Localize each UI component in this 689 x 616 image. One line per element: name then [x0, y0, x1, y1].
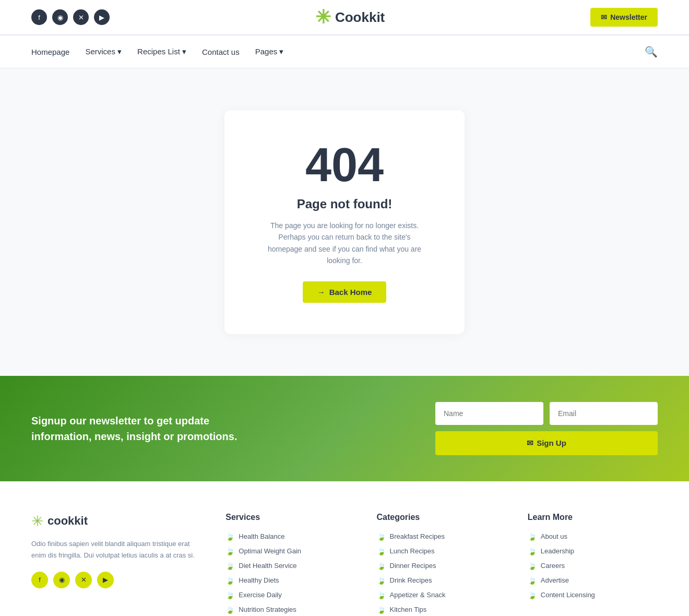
footer-learn-more-list: 🍃About us 🍃Leadership 🍃Careers 🍃Advertis…	[528, 532, 658, 599]
list-item[interactable]: 🍃Dinner Recipes	[377, 562, 507, 570]
footer-logo-text: cookkit	[47, 514, 88, 528]
leaf-icon: 🍃	[528, 562, 537, 570]
name-input[interactable]	[435, 402, 543, 425]
footer-services-col: Services 🍃Health Balance 🍃Optimal Weight…	[225, 513, 355, 614]
footer-categories-col: Categories 🍃Breakfast Recipes 🍃Lunch Rec…	[377, 513, 507, 614]
leaf-icon: 🍃	[528, 547, 537, 555]
search-icon[interactable]: 🔍	[645, 45, 658, 58]
error-card: 404 Page not found! The page you are loo…	[224, 110, 465, 334]
nav-services[interactable]: Services ▾	[85, 35, 122, 68]
list-item[interactable]: 🍃Careers	[528, 562, 658, 570]
list-item[interactable]: 🍃Advertise	[528, 576, 658, 585]
footer-services-title: Services	[225, 513, 355, 522]
leaf-icon: 🍃	[528, 576, 537, 585]
leaf-icon: 🍃	[225, 576, 234, 585]
leaf-icon: 🍃	[225, 547, 234, 555]
error-title: Page not found!	[266, 197, 423, 211]
nav-contact[interactable]: Contact us	[202, 36, 240, 68]
error-code: 404	[266, 141, 423, 188]
leaf-icon: 🍃	[377, 576, 386, 585]
newsletter-form: ✉ Sign Up	[435, 402, 658, 455]
back-home-button[interactable]: → Back Home	[303, 281, 387, 303]
leaf-icon: 🍃	[225, 591, 234, 599]
footer-categories-list: 🍃Breakfast Recipes 🍃Lunch Recipes 🍃Dinne…	[377, 532, 507, 614]
newsletter-button[interactable]: ✉ Newsletter	[590, 8, 658, 27]
youtube-footer-icon[interactable]: ▶	[97, 572, 114, 588]
social-icons: f ◉ ✕ ▶	[31, 9, 110, 25]
email-input[interactable]	[550, 402, 658, 425]
chevron-down-icon: ▾	[279, 47, 283, 56]
list-item[interactable]: 🍃Optimal Weight Gain	[225, 547, 355, 555]
arrow-right-icon: →	[317, 288, 325, 297]
footer-social-icons: f ◉ ✕ ▶	[31, 572, 205, 588]
list-item[interactable]: 🍃Leadership	[528, 547, 658, 555]
list-item[interactable]: 🍃Lunch Recipes	[377, 547, 507, 555]
footer-top: ✳ cookkit Odio finibus sapien velit blan…	[31, 513, 658, 614]
footer: ✳ cookkit Odio finibus sapien velit blan…	[0, 481, 689, 616]
list-item[interactable]: 🍃Healthy Diets	[225, 576, 355, 585]
list-item[interactable]: 🍃Diet Health Service	[225, 562, 355, 570]
leaf-icon: 🍃	[377, 547, 386, 555]
footer-description: Odio finibus sapien velit blandit aliqua…	[31, 538, 205, 561]
youtube-icon[interactable]: ▶	[94, 9, 110, 25]
facebook-footer-icon[interactable]: f	[31, 572, 48, 588]
footer-brand-col: ✳ cookkit Odio finibus sapien velit blan…	[31, 513, 205, 614]
list-item[interactable]: 🍃About us	[528, 532, 658, 541]
newsletter-inputs	[435, 402, 658, 425]
logo-text: Cookkit	[335, 9, 385, 26]
footer-logo[interactable]: ✳ cookkit	[31, 513, 205, 530]
nav-homepage[interactable]: Homepage	[31, 36, 69, 68]
list-item[interactable]: 🍃Breakfast Recipes	[377, 532, 507, 541]
newsletter-text: Signup our newsletter to get update info…	[31, 413, 240, 444]
top-bar: f ◉ ✕ ▶ ✳ Cookkit ✉ Newsletter	[0, 0, 689, 34]
leaf-icon: 🍃	[225, 562, 234, 570]
footer-categories-title: Categories	[377, 513, 507, 522]
list-item[interactable]: 🍃Kitchen Tips	[377, 606, 507, 614]
footer-services-list: 🍃Health Balance 🍃Optimal Weight Gain 🍃Di…	[225, 532, 355, 614]
logo-star-icon: ✳	[315, 6, 331, 28]
list-item[interactable]: 🍃Content Licensing	[528, 591, 658, 599]
envelope-signup-icon: ✉	[527, 439, 533, 448]
nav-pages[interactable]: Pages ▾	[255, 35, 284, 68]
newsletter-section: Signup our newsletter to get update info…	[0, 376, 689, 481]
nav-links: Homepage Services ▾ Recipes List ▾ Conta…	[31, 35, 283, 68]
leaf-icon: 🍃	[377, 606, 386, 614]
footer-learn-more-title: Learn More	[528, 513, 658, 522]
list-item[interactable]: 🍃Health Balance	[225, 532, 355, 541]
twitter-icon[interactable]: ✕	[73, 9, 89, 25]
error-message: The page you are looking for no longer e…	[266, 220, 423, 267]
list-item[interactable]: 🍃Appetizer & Snack	[377, 591, 507, 599]
instagram-icon[interactable]: ◉	[52, 9, 68, 25]
site-logo[interactable]: ✳ Cookkit	[315, 6, 385, 28]
leaf-icon: 🍃	[528, 532, 537, 541]
leaf-icon: 🍃	[377, 591, 386, 599]
chevron-down-icon: ▾	[117, 47, 122, 56]
envelope-icon: ✉	[601, 13, 607, 21]
leaf-icon: 🍃	[377, 562, 386, 570]
leaf-icon: 🍃	[225, 606, 234, 614]
leaf-icon: 🍃	[225, 532, 234, 541]
footer-learn-more-col: Learn More 🍃About us 🍃Leadership 🍃Career…	[528, 513, 658, 614]
facebook-icon[interactable]: f	[31, 9, 47, 25]
list-item[interactable]: 🍃Exercise Daily	[225, 591, 355, 599]
main-nav: Homepage Services ▾ Recipes List ▾ Conta…	[0, 35, 689, 68]
list-item[interactable]: 🍃Drink Recipes	[377, 576, 507, 585]
leaf-icon: 🍃	[377, 532, 386, 541]
nav-recipes-list[interactable]: Recipes List ▾	[137, 35, 186, 68]
main-content: 404 Page not found! The page you are loo…	[0, 68, 689, 376]
chevron-down-icon: ▾	[182, 47, 186, 56]
list-item[interactable]: 🍃Nutrition Strategies	[225, 606, 355, 614]
instagram-footer-icon[interactable]: ◉	[53, 572, 70, 588]
leaf-icon: 🍃	[528, 591, 537, 599]
signup-button[interactable]: ✉ Sign Up	[435, 431, 658, 455]
twitter-footer-icon[interactable]: ✕	[75, 572, 92, 588]
footer-logo-star-icon: ✳	[31, 513, 43, 530]
